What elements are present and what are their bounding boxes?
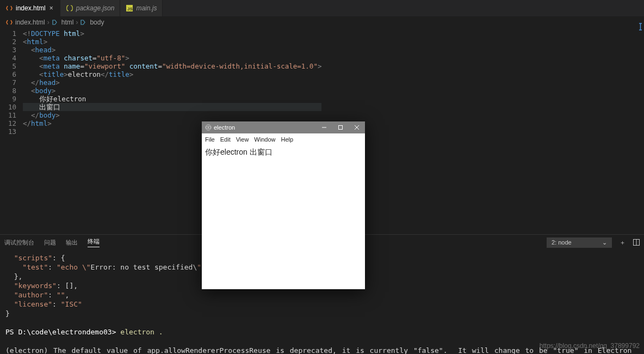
split-terminal-icon[interactable] — [633, 239, 640, 246]
tag-icon — [52, 19, 59, 26]
json-file-icon — [66, 4, 73, 12]
code-line[interactable]: <!DOCTYPE html> — [23, 29, 321, 38]
editor-code[interactable]: <!DOCTYPE html><html> <head> <meta chars… — [18, 29, 321, 136]
panel-tab-终端[interactable]: 终端 — [88, 237, 100, 247]
app-content: 你好electron 出窗口 — [202, 145, 365, 289]
breadcrumb-part[interactable]: html — [61, 19, 74, 26]
code-line[interactable]: 你好electron — [23, 95, 321, 103]
code-line[interactable]: </body> — [23, 111, 321, 119]
line-number: 7 — [0, 78, 16, 87]
tab-package-json[interactable]: package.json — [60, 0, 121, 16]
code-line[interactable]: <head> — [23, 46, 321, 54]
line-number: 1 — [0, 29, 16, 38]
electron-app-window: electron FileEditViewWindowHelp 你好electr… — [202, 121, 365, 289]
minimize-button[interactable] — [316, 121, 332, 133]
close-button[interactable] — [349, 121, 365, 133]
panel-tab-调试控制台[interactable]: 调试控制台 — [4, 239, 34, 247]
tab-label: main.js — [136, 4, 157, 12]
breadcrumb: index.html›html›body — [0, 16, 644, 28]
window-title: electron — [214, 124, 235, 131]
editor-gutter: 12345678910111213 — [0, 29, 18, 136]
svg-rect-8 — [339, 126, 343, 130]
code-line[interactable]: <body> — [23, 87, 321, 95]
line-number: 3 — [0, 46, 16, 54]
chevron-down-icon: ⌄ — [602, 239, 607, 246]
tab-label: index.html — [16, 4, 46, 12]
line-number: 13 — [0, 127, 16, 136]
chevron-right-icon: › — [76, 19, 78, 26]
line-number: 11 — [0, 111, 16, 119]
menubar: FileEditViewWindowHelp — [202, 133, 365, 145]
line-number: 5 — [0, 62, 16, 70]
panel-tab-问题[interactable]: 问题 — [44, 239, 56, 247]
line-number: 12 — [0, 119, 16, 127]
menu-window[interactable]: Window — [254, 136, 275, 143]
line-number: 6 — [0, 70, 16, 78]
chevron-right-icon: › — [47, 19, 49, 26]
panel-tab-输出[interactable]: 输出 — [66, 239, 78, 247]
menu-file[interactable]: File — [205, 136, 215, 143]
svg-text:JS: JS — [127, 7, 133, 11]
minimap-cursor-icon — [639, 23, 644, 30]
close-tab-icon[interactable]: × — [48, 4, 54, 12]
line-number: 10 — [0, 103, 16, 111]
menu-help[interactable]: Help — [281, 136, 293, 143]
html-file-icon — [5, 4, 13, 12]
terminal-select-dropdown[interactable]: 2: node ⌄ — [547, 237, 612, 248]
html-file-icon — [5, 19, 13, 26]
code-line[interactable]: <meta charset="utf-8"> — [23, 54, 321, 62]
tab-index-html[interactable]: index.html× — [0, 0, 60, 16]
app-icon — [205, 124, 212, 131]
line-number: 9 — [0, 95, 16, 103]
tab-label: package.json — [76, 4, 115, 12]
code-line[interactable]: <meta name="viewport" content="width=dev… — [23, 62, 321, 70]
line-number: 2 — [0, 38, 16, 46]
titlebar[interactable]: electron — [202, 121, 365, 133]
watermark: https://blog.csdn.net/qq_37899792 — [540, 342, 640, 350]
terminal-select-value: 2: node — [552, 239, 572, 246]
svg-point-6 — [208, 127, 209, 128]
line-number: 4 — [0, 54, 16, 62]
code-line[interactable]: <title>electron</title> — [23, 70, 321, 78]
tag-icon — [80, 19, 88, 26]
js-file-icon: JS — [126, 4, 133, 12]
code-line[interactable]: 出窗口 — [23, 103, 321, 111]
menu-view[interactable]: View — [236, 136, 249, 143]
code-line[interactable]: <html> — [23, 38, 321, 46]
menu-edit[interactable]: Edit — [220, 136, 231, 143]
breadcrumb-part[interactable]: body — [90, 19, 104, 26]
line-number: 8 — [0, 87, 16, 95]
maximize-button[interactable] — [332, 121, 349, 133]
breadcrumb-part[interactable]: index.html — [15, 19, 45, 26]
new-terminal-icon[interactable]: ＋ — [620, 239, 626, 247]
tab-main-js[interactable]: JSmain.js — [120, 0, 163, 16]
code-line[interactable]: </head> — [23, 78, 321, 87]
